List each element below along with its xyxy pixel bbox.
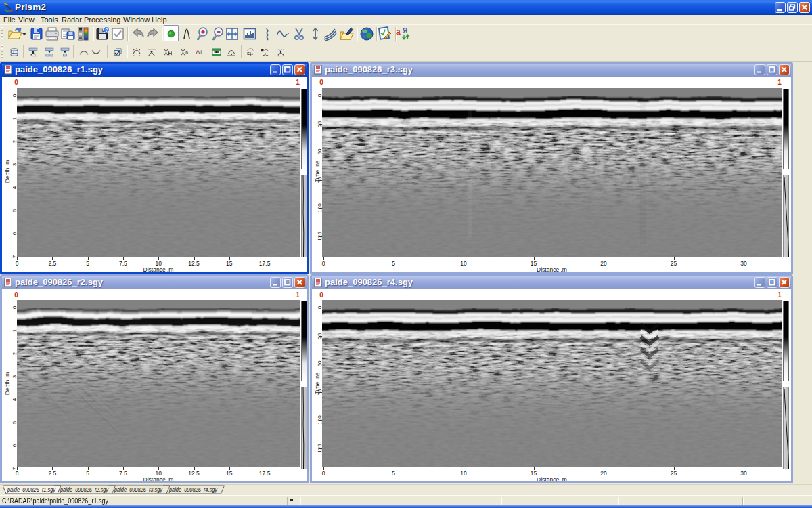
svg-text:s: s: [247, 50, 250, 56]
svg-text:paide_090826_r2.sgy: paide_090826_r2.sgy: [60, 487, 109, 493]
svg-text:t: t: [200, 49, 202, 56]
svg-text:paide_090826_r3.sgy: paide_090826_r3.sgy: [114, 487, 163, 493]
svg-text:?: ?: [105, 27, 108, 33]
svg-text:Я: Я: [403, 27, 407, 35]
svg-text:a: a: [396, 27, 401, 37]
svg-text:6: 6: [185, 50, 188, 55]
svg-text:paide_090826_r4.sgy: paide_090826_r4.sgy: [168, 487, 218, 493]
svg-text:paide_090826_r1.sgy: paide_090826_r1.sgy: [7, 487, 56, 493]
svg-text:Δ: Δ: [196, 49, 200, 56]
